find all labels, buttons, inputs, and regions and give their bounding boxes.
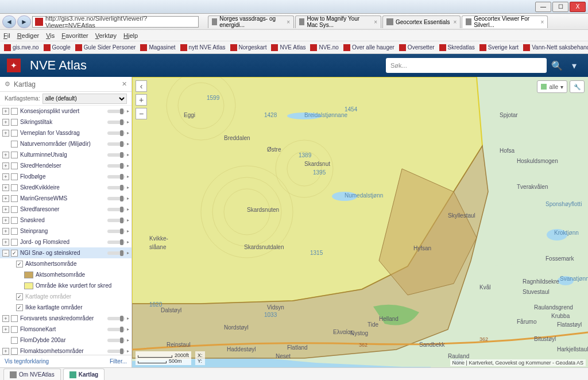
layer-checkbox[interactable] [11, 228, 18, 235]
browser-tab[interactable]: Norges vassdrags- og energidi...× [208, 15, 294, 28]
layer-checkbox[interactable] [11, 239, 18, 246]
menu-item[interactable]: Verktøy [95, 32, 117, 39]
layer-checkbox[interactable] [11, 326, 18, 333]
layer-menu-icon[interactable]: ▸ [127, 163, 129, 168]
window-close[interactable]: X [570, 2, 586, 12]
bookmark-item[interactable]: NVE.no [308, 44, 340, 51]
expand-icon[interactable]: + [2, 195, 9, 202]
expand-icon[interactable]: + [2, 108, 9, 115]
layer-checkbox[interactable] [11, 108, 18, 115]
layer-row[interactable]: +Verneplan for Vassdrag▸ [0, 127, 131, 138]
layer-row[interactable]: +Flomaktsomhetsområder▸ [0, 346, 131, 355]
opacity-slider[interactable] [107, 339, 125, 342]
bookmark-item[interactable]: nytt NVE Atlas [179, 44, 227, 51]
layer-list[interactable]: +Konsesjonsplikt vurdert▸+Sikringstiltak… [0, 106, 131, 355]
search-input[interactable]: Søk... [386, 58, 547, 73]
layer-checkbox[interactable] [11, 195, 18, 202]
layer-menu-icon[interactable]: ▸ [127, 316, 129, 321]
basemap-select[interactable]: alle ▾ [537, 80, 567, 93]
opacity-slider[interactable] [107, 251, 125, 255]
bookmark-item[interactable]: gis.nve.no [2, 44, 41, 51]
bookmark-item[interactable]: Gule Sider Personer [74, 44, 138, 51]
search-dropdown-icon[interactable]: ▾ [567, 59, 581, 72]
layer-menu-icon[interactable]: ▸ [127, 348, 129, 354]
layer-checkbox[interactable] [11, 315, 18, 322]
gear-icon[interactable]: ⚙ [5, 80, 10, 88]
bookmark-item[interactable]: Norgeskart [229, 44, 269, 51]
menu-item[interactable]: Favoritter [61, 32, 88, 39]
layer-row[interactable]: +Jord- og Flomskred▸ [0, 236, 131, 247]
layer-checkbox[interactable] [11, 206, 18, 213]
toggle-sidebar-icon[interactable]: ‹ [136, 80, 147, 92]
browser-tab[interactable]: Geocortex Viewer For Silverl...× [462, 15, 548, 28]
opacity-slider[interactable] [107, 241, 125, 244]
expand-icon[interactable]: + [2, 152, 9, 158]
map-canvas[interactable]: Eggi1599Breddalen1428Breidalstjønnane145… [132, 77, 588, 367]
layer-menu-icon[interactable]: ▸ [127, 152, 129, 157]
filter-link[interactable]: Filter... [110, 358, 127, 365]
expand-icon[interactable]: + [2, 119, 9, 126]
zoom-out-button[interactable]: − [136, 108, 147, 119]
bookmark-item[interactable]: Skredatlas [438, 44, 477, 51]
opacity-slider[interactable] [107, 328, 125, 331]
bottom-tab[interactable]: Om NVEAtlas [3, 369, 61, 380]
bookmark-item[interactable]: Google [42, 44, 72, 51]
menu-item[interactable]: Hjelp [123, 32, 138, 39]
layer-menu-icon[interactable]: ▸ [127, 207, 129, 212]
layer-row[interactable]: Aktsomhetsområde [0, 269, 131, 280]
layer-row[interactable]: +KulturminneUtvalg▸ [0, 149, 131, 160]
opacity-slider[interactable] [107, 175, 125, 179]
opacity-slider[interactable] [107, 197, 125, 200]
expand-icon[interactable]: + [2, 162, 9, 169]
layer-checkbox[interactable]: ✓ [16, 293, 23, 300]
nav-forward[interactable]: ► [17, 15, 31, 28]
tab-close-icon[interactable]: × [374, 19, 377, 25]
browser-tab[interactable]: Geocortex Essentials× [382, 15, 461, 28]
opacity-slider[interactable] [107, 110, 125, 113]
layer-row[interactable]: +SkredHendelser▸ [0, 160, 131, 171]
layer-checkbox[interactable] [11, 119, 18, 126]
layer-menu-icon[interactable]: ▸ [127, 185, 129, 190]
layer-menu-icon[interactable]: ▸ [127, 108, 129, 114]
layer-row[interactable]: +FlomsoneKart▸ [0, 324, 131, 335]
map-tools-button[interactable]: 🔧 [570, 80, 585, 93]
layer-row[interactable]: ✓Ikke kartlagte områder [0, 302, 131, 313]
layer-menu-icon[interactable]: ▸ [127, 141, 129, 146]
browser-tab[interactable]: How to Magnify Your Mac Sys...× [295, 15, 381, 28]
theme-select[interactable]: alle (default) [42, 94, 127, 104]
expand-icon[interactable]: + [2, 184, 9, 191]
opacity-slider[interactable] [107, 208, 125, 211]
url-field[interactable]: http://gis3.nve.no/SilverlightViewer/?Vi… [32, 16, 199, 28]
layer-menu-icon[interactable]: ▸ [127, 119, 129, 125]
opacity-slider[interactable] [107, 186, 125, 189]
layer-checkbox[interactable] [11, 162, 18, 169]
bookmark-item[interactable]: Magasinet [138, 44, 177, 51]
layer-row[interactable]: ✓Aktsomhertsområde [0, 258, 131, 269]
opacity-slider[interactable] [107, 164, 125, 168]
opacity-slider[interactable] [107, 153, 125, 157]
opacity-slider[interactable] [107, 131, 125, 135]
nav-back[interactable]: ◄ [2, 15, 16, 28]
layer-row[interactable]: Område ikke vurdert for skred [0, 280, 131, 291]
layer-menu-icon[interactable]: ▸ [127, 338, 129, 343]
tab-close-icon[interactable]: × [287, 19, 290, 25]
layer-checkbox[interactable]: ✓ [16, 261, 23, 267]
layer-row[interactable]: +Snøskred▸ [0, 215, 131, 226]
bookmark-item[interactable]: Sverige kart [478, 44, 520, 51]
expand-icon[interactable]: + [2, 206, 9, 213]
layer-row[interactable]: +MarinGrenseWMS▸ [0, 193, 131, 204]
layer-row[interactable]: FlomDybde 200ar▸ [0, 335, 131, 346]
expand-icon[interactable]: + [2, 228, 9, 235]
layer-row[interactable]: +Skredfaresoner▸ [0, 204, 131, 215]
map-area[interactable]: Eggi1599Breddalen1428Breidalstjønnane145… [132, 77, 588, 367]
menu-item[interactable]: Vis [46, 32, 55, 39]
expand-icon[interactable]: + [2, 217, 9, 224]
tab-close-icon[interactable]: × [454, 19, 457, 25]
layer-checkbox[interactable] [11, 141, 18, 148]
layer-checkbox[interactable] [11, 152, 18, 158]
opacity-slider[interactable] [107, 219, 125, 222]
layer-menu-icon[interactable]: ▸ [127, 250, 129, 255]
layer-row[interactable]: +Konsesjonsplikt vurdert▸ [0, 106, 131, 117]
expand-icon[interactable]: + [2, 326, 9, 333]
layer-menu-icon[interactable]: ▸ [127, 174, 129, 179]
